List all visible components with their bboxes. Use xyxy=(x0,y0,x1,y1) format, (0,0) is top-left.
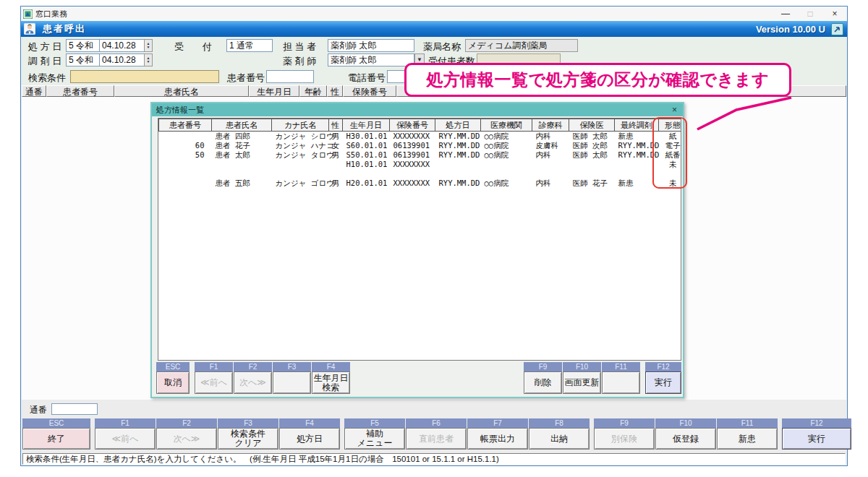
pharmacist-field[interactable]: 薬剤師 太郎 xyxy=(328,53,414,66)
prescription-row[interactable]: 患者 五郎カンジャ ゴロウ男H20.01.01XXXXXXXXRYY.MM.DD… xyxy=(159,179,682,188)
cell: RYY.MM.DD xyxy=(435,150,481,160)
cell: S50.01.01 xyxy=(343,150,390,160)
modal-fkey-f4-button[interactable]: 生年月日 検索 xyxy=(312,371,350,394)
prescription-row[interactable]: 患者 四郎カンジャ シロウ男H30.01.01XXXXXXXXRYY.MM.DD… xyxy=(159,132,682,142)
reception-label: 受 付 xyxy=(174,40,212,53)
staff-field[interactable]: 薬剤師 太郎 xyxy=(328,39,414,52)
main-col-header: 保険番号 xyxy=(343,85,396,97)
serial-input[interactable] xyxy=(51,403,98,415)
modal-col-header: カナ氏名 xyxy=(272,119,329,132)
cell: 06139901 xyxy=(390,150,435,160)
main-col-header: 性 xyxy=(327,85,343,97)
close-button[interactable]: × xyxy=(822,7,847,21)
modal-fkey-f12-key-label: F12 xyxy=(645,362,681,371)
cell xyxy=(159,169,212,179)
minimize-button[interactable]: — xyxy=(773,7,798,21)
prescription-date-field[interactable]: 04.10.28 xyxy=(99,39,145,52)
cell: 患者 太郎 xyxy=(212,150,272,160)
cell: 電子 xyxy=(659,141,682,150)
modal-fkey-f12-button[interactable]: 実行 xyxy=(645,371,681,394)
cell xyxy=(532,160,569,169)
fkey-f2-key-label: F2 xyxy=(156,418,217,428)
patient-number-input[interactable] xyxy=(266,70,314,83)
prescription-row[interactable] xyxy=(159,169,682,179)
main-col-header: 患者氏名 xyxy=(114,85,249,97)
fkey-f9-key-label: F9 xyxy=(594,418,655,428)
prescription-date-spinner-icon[interactable]: ▲▼ xyxy=(144,39,153,52)
cell: カンジャ ハナコ xyxy=(272,141,329,150)
cell: 未 xyxy=(659,160,682,169)
prescription-date-label: 処 方 日 xyxy=(28,40,61,53)
maximize-button[interactable]: □ xyxy=(798,7,822,21)
page-title: 患者呼出 xyxy=(43,22,86,35)
dialog-title: 処方情報一覧 xyxy=(156,105,204,116)
cell: 医師 太郎 xyxy=(569,132,615,142)
fkey-f11-button[interactable]: 新患 xyxy=(717,428,778,450)
cell: 新患 xyxy=(615,132,659,142)
fkey-f10-button[interactable]: 仮登録 xyxy=(655,428,716,450)
cell xyxy=(615,169,659,179)
cell xyxy=(212,160,272,169)
fkey-f6-key-label: F6 xyxy=(406,418,467,428)
cell: 紙番 xyxy=(659,150,682,160)
cell: RYY.MM.DD xyxy=(615,141,659,150)
prescription-era-field[interactable]: 5 令和 xyxy=(66,39,101,52)
cell xyxy=(615,160,659,169)
cell: H30.01.01 xyxy=(343,132,390,142)
modal-fkey-f10-button[interactable]: 画面更新 xyxy=(563,371,601,394)
cell: ○○病院 xyxy=(481,179,532,188)
cell: カンジャ ゴロウ xyxy=(272,179,329,188)
cell: H20.01.01 xyxy=(343,179,390,188)
cell xyxy=(435,160,481,169)
fkey-f3-button[interactable]: 検索条件 クリア xyxy=(218,428,278,450)
pharmacist-label: 薬 剤 師 xyxy=(283,55,316,68)
dialog-close-icon[interactable]: × xyxy=(672,105,677,115)
modal-col-header: 患者番号 xyxy=(159,119,212,132)
pin-icon[interactable] xyxy=(831,23,843,35)
cell: 医師 花子 xyxy=(569,179,615,188)
cell: 内科 xyxy=(532,179,569,188)
dispense-date-field[interactable]: 04.10.28 xyxy=(99,53,145,66)
modal-col-header: 生年月日 xyxy=(343,119,390,132)
prescription-row[interactable]: H10.01.01XXXXXXXX未 xyxy=(159,160,682,169)
prescription-table: 患者番号患者氏名カナ氏名性生年月日保険番号処方日医療機関診療科保険医最終調剤形態… xyxy=(158,119,681,188)
modal-col-header: 医療機関 xyxy=(481,119,532,132)
modal-fkey-f9-button[interactable]: 削除 xyxy=(524,371,562,394)
modal-col-header: 処方日 xyxy=(435,119,481,132)
fkey-f8-button[interactable]: 出納 xyxy=(529,428,590,450)
fkey-f7-button[interactable]: 帳票出力 xyxy=(467,428,528,450)
patient-number-label: 患者番号 xyxy=(227,72,265,85)
fkey-f8-key-label: F8 xyxy=(529,418,590,428)
app-window: 窓口業務 — □ × 患者呼出 Version 10.00 U 処 方 日 5 … xyxy=(20,6,848,466)
modal-fkey-f9-key-label: F9 xyxy=(524,362,562,371)
cell: 内科 xyxy=(532,132,569,142)
screenshot-stage: 窓口業務 — □ × 患者呼出 Version 10.00 U 処 方 日 5 … xyxy=(0,0,868,477)
fkey-f4-button[interactable]: 処方日 xyxy=(279,428,340,450)
modal-fkey-f2-key-label: F2 xyxy=(234,362,272,371)
cell xyxy=(481,160,532,169)
window-title: 窓口業務 xyxy=(35,9,67,20)
cell: 未 xyxy=(659,179,682,188)
modal-fkey-esc-button[interactable]: 取消 xyxy=(156,371,190,394)
modal-fkey-f1-button: ≪前へ xyxy=(195,371,233,394)
prescription-row[interactable]: 50患者 太郎カンジャ タロウ男S50.01.0106139901RYY.MM.… xyxy=(159,150,682,160)
fkey-f5-button[interactable]: 補助 メニュー xyxy=(344,428,405,450)
dispense-era-field[interactable]: 5 令和 xyxy=(66,53,101,66)
fkey-f12-key-label: F12 xyxy=(782,418,851,428)
cell xyxy=(159,160,212,169)
function-key-bar: ESC終了F1≪前へF2次へ≫F3検索条件 クリアF4処方日F5補助 メニューF… xyxy=(22,418,847,450)
modal-col-header: 最終調剤 xyxy=(615,119,659,132)
dispense-date-spinner-icon[interactable]: ▲▼ xyxy=(144,53,153,66)
fkey-f1-button: ≪前へ xyxy=(95,428,156,450)
fkey-f7-key-label: F7 xyxy=(467,418,528,428)
modal-fkey-f11-key-label: F11 xyxy=(602,362,640,371)
annotation-callout: 処方情報一覧で処方箋の区分が確認できます xyxy=(404,63,791,97)
reception-field[interactable]: 1 通常 xyxy=(226,39,273,52)
modal-fkey-esc-key-label: ESC xyxy=(156,362,190,371)
cell xyxy=(569,160,615,169)
prescription-row[interactable]: 60患者 花子カンジャ ハナコ女S60.01.0106139901RYY.MM.… xyxy=(159,141,682,150)
cell: ○○病院 xyxy=(481,141,532,150)
fkey-esc-button[interactable]: 終了 xyxy=(22,428,90,450)
fkey-f12-button[interactable]: 実行 xyxy=(782,428,851,450)
search-condition-input[interactable] xyxy=(70,70,219,83)
